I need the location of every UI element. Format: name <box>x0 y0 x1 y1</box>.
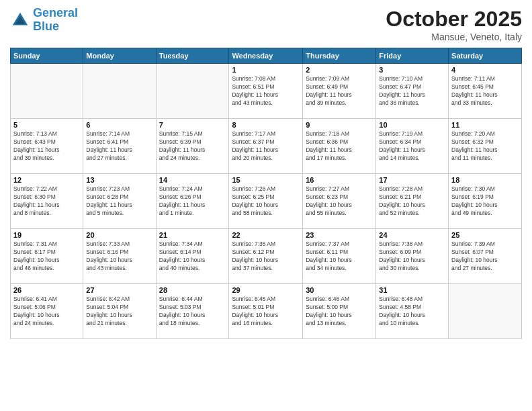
day-number: 7 <box>159 121 226 129</box>
day-info: Sunrise: 7:19 AM Sunset: 6:34 PM Dayligh… <box>379 130 445 163</box>
weekday-header-row: Sunday Monday Tuesday Wednesday Thursday… <box>11 48 522 64</box>
calendar-cell: 18Sunrise: 7:30 AM Sunset: 6:19 PM Dayli… <box>449 174 522 229</box>
calendar-cell: 12Sunrise: 7:22 AM Sunset: 6:30 PM Dayli… <box>11 174 83 229</box>
day-number: 12 <box>13 176 80 184</box>
month-title: October 2025 <box>386 7 522 32</box>
day-info: Sunrise: 7:27 AM Sunset: 6:23 PM Dayligh… <box>306 185 373 218</box>
day-info: Sunrise: 7:28 AM Sunset: 6:21 PM Dayligh… <box>379 185 445 218</box>
calendar-cell: 31Sunrise: 6:48 AM Sunset: 4:58 PM Dayli… <box>376 284 449 339</box>
day-number: 30 <box>306 286 373 294</box>
header-tuesday: Tuesday <box>156 48 229 64</box>
day-info: Sunrise: 7:33 AM Sunset: 6:16 PM Dayligh… <box>86 240 152 273</box>
day-info: Sunrise: 6:41 AM Sunset: 5:06 PM Dayligh… <box>13 295 80 328</box>
calendar-cell: 8Sunrise: 7:17 AM Sunset: 6:37 PM Daylig… <box>229 119 303 174</box>
day-number: 4 <box>451 66 519 74</box>
day-number: 31 <box>379 286 445 294</box>
calendar-cell: 21Sunrise: 7:34 AM Sunset: 6:14 PM Dayli… <box>156 229 229 284</box>
day-number: 11 <box>451 121 519 129</box>
day-info: Sunrise: 6:48 AM Sunset: 4:58 PM Dayligh… <box>379 295 445 328</box>
calendar-table: Sunday Monday Tuesday Wednesday Thursday… <box>10 48 522 339</box>
day-number: 10 <box>379 121 445 129</box>
day-number: 1 <box>232 66 300 74</box>
day-number: 28 <box>159 286 226 294</box>
day-info: Sunrise: 7:14 AM Sunset: 6:41 PM Dayligh… <box>86 130 152 163</box>
day-info: Sunrise: 7:15 AM Sunset: 6:39 PM Dayligh… <box>159 130 226 163</box>
page-header: General Blue October 2025 Mansue, Veneto… <box>10 7 522 42</box>
day-number: 20 <box>86 231 152 239</box>
calendar-cell: 20Sunrise: 7:33 AM Sunset: 6:16 PM Dayli… <box>83 229 156 284</box>
calendar-week-row: 1Sunrise: 7:08 AM Sunset: 6:51 PM Daylig… <box>11 64 522 119</box>
calendar-cell: 27Sunrise: 6:42 AM Sunset: 5:04 PM Dayli… <box>83 284 156 339</box>
calendar-cell: 13Sunrise: 7:23 AM Sunset: 6:28 PM Dayli… <box>83 174 156 229</box>
day-number: 5 <box>13 121 80 129</box>
day-info: Sunrise: 7:39 AM Sunset: 6:07 PM Dayligh… <box>451 240 519 273</box>
calendar-cell: 26Sunrise: 6:41 AM Sunset: 5:06 PM Dayli… <box>11 284 83 339</box>
day-info: Sunrise: 7:35 AM Sunset: 6:12 PM Dayligh… <box>232 240 300 273</box>
day-number: 14 <box>159 176 226 184</box>
calendar-cell: 11Sunrise: 7:20 AM Sunset: 6:32 PM Dayli… <box>449 119 522 174</box>
day-number: 19 <box>13 231 80 239</box>
calendar-cell: 15Sunrise: 7:26 AM Sunset: 6:25 PM Dayli… <box>229 174 303 229</box>
day-number: 22 <box>232 231 300 239</box>
calendar-cell <box>83 64 156 119</box>
calendar-cell: 1Sunrise: 7:08 AM Sunset: 6:51 PM Daylig… <box>229 64 303 119</box>
calendar-cell: 19Sunrise: 7:31 AM Sunset: 6:17 PM Dayli… <box>11 229 83 284</box>
day-info: Sunrise: 7:10 AM Sunset: 6:47 PM Dayligh… <box>379 75 445 107</box>
logo: General Blue <box>10 7 78 34</box>
day-number: 29 <box>232 286 300 294</box>
calendar-cell: 2Sunrise: 7:09 AM Sunset: 6:49 PM Daylig… <box>303 64 376 119</box>
calendar-cell: 4Sunrise: 7:11 AM Sunset: 6:45 PM Daylig… <box>449 64 522 119</box>
day-number: 3 <box>379 66 445 74</box>
day-number: 8 <box>232 121 300 129</box>
calendar-cell: 22Sunrise: 7:35 AM Sunset: 6:12 PM Dayli… <box>229 229 303 284</box>
calendar-week-row: 26Sunrise: 6:41 AM Sunset: 5:06 PM Dayli… <box>11 284 522 339</box>
day-number: 25 <box>451 231 519 239</box>
header-friday: Friday <box>376 48 449 64</box>
day-info: Sunrise: 7:31 AM Sunset: 6:17 PM Dayligh… <box>13 240 80 273</box>
day-info: Sunrise: 7:08 AM Sunset: 6:51 PM Dayligh… <box>232 75 300 107</box>
calendar-cell: 29Sunrise: 6:45 AM Sunset: 5:01 PM Dayli… <box>229 284 303 339</box>
day-info: Sunrise: 7:30 AM Sunset: 6:19 PM Dayligh… <box>451 185 519 218</box>
day-number: 15 <box>232 176 300 184</box>
day-number: 17 <box>379 176 445 184</box>
day-number: 21 <box>159 231 226 239</box>
day-info: Sunrise: 6:44 AM Sunset: 5:03 PM Dayligh… <box>159 295 226 328</box>
day-info: Sunrise: 7:23 AM Sunset: 6:28 PM Dayligh… <box>86 185 152 218</box>
day-info: Sunrise: 7:11 AM Sunset: 6:45 PM Dayligh… <box>451 75 519 107</box>
day-info: Sunrise: 7:22 AM Sunset: 6:30 PM Dayligh… <box>13 185 80 218</box>
day-number: 13 <box>86 176 152 184</box>
calendar-cell: 23Sunrise: 7:37 AM Sunset: 6:11 PM Dayli… <box>303 229 376 284</box>
calendar-cell <box>156 64 229 119</box>
calendar-week-row: 12Sunrise: 7:22 AM Sunset: 6:30 PM Dayli… <box>11 174 522 229</box>
calendar-cell: 3Sunrise: 7:10 AM Sunset: 6:47 PM Daylig… <box>376 64 449 119</box>
day-number: 27 <box>86 286 152 294</box>
day-number: 2 <box>306 66 373 74</box>
day-number: 16 <box>306 176 373 184</box>
location-subtitle: Mansue, Veneto, Italy <box>386 32 522 42</box>
title-area: October 2025 Mansue, Veneto, Italy <box>386 7 522 42</box>
day-number: 18 <box>451 176 519 184</box>
day-info: Sunrise: 7:20 AM Sunset: 6:32 PM Dayligh… <box>451 130 519 163</box>
page-container: General Blue October 2025 Mansue, Veneto… <box>0 0 532 346</box>
calendar-cell: 24Sunrise: 7:38 AM Sunset: 6:09 PM Dayli… <box>376 229 449 284</box>
header-sunday: Sunday <box>11 48 83 64</box>
calendar-cell: 25Sunrise: 7:39 AM Sunset: 6:07 PM Dayli… <box>449 229 522 284</box>
header-saturday: Saturday <box>449 48 522 64</box>
day-info: Sunrise: 6:42 AM Sunset: 5:04 PM Dayligh… <box>86 295 152 328</box>
day-info: Sunrise: 7:37 AM Sunset: 6:11 PM Dayligh… <box>306 240 373 273</box>
calendar-cell: 7Sunrise: 7:15 AM Sunset: 6:39 PM Daylig… <box>156 119 229 174</box>
calendar-cell: 10Sunrise: 7:19 AM Sunset: 6:34 PM Dayli… <box>376 119 449 174</box>
logo-text: General Blue <box>33 7 78 34</box>
calendar-cell <box>449 284 522 339</box>
day-info: Sunrise: 7:09 AM Sunset: 6:49 PM Dayligh… <box>306 75 373 107</box>
day-info: Sunrise: 7:24 AM Sunset: 6:26 PM Dayligh… <box>159 185 226 218</box>
calendar-cell: 28Sunrise: 6:44 AM Sunset: 5:03 PM Dayli… <box>156 284 229 339</box>
calendar-cell: 16Sunrise: 7:27 AM Sunset: 6:23 PM Dayli… <box>303 174 376 229</box>
day-info: Sunrise: 6:46 AM Sunset: 5:00 PM Dayligh… <box>306 295 373 328</box>
day-info: Sunrise: 7:17 AM Sunset: 6:37 PM Dayligh… <box>232 130 300 163</box>
day-info: Sunrise: 7:18 AM Sunset: 6:36 PM Dayligh… <box>306 130 373 163</box>
calendar-cell: 14Sunrise: 7:24 AM Sunset: 6:26 PM Dayli… <box>156 174 229 229</box>
calendar-cell: 30Sunrise: 6:46 AM Sunset: 5:00 PM Dayli… <box>303 284 376 339</box>
day-info: Sunrise: 6:45 AM Sunset: 5:01 PM Dayligh… <box>232 295 300 328</box>
calendar-week-row: 5Sunrise: 7:13 AM Sunset: 6:43 PM Daylig… <box>11 119 522 174</box>
